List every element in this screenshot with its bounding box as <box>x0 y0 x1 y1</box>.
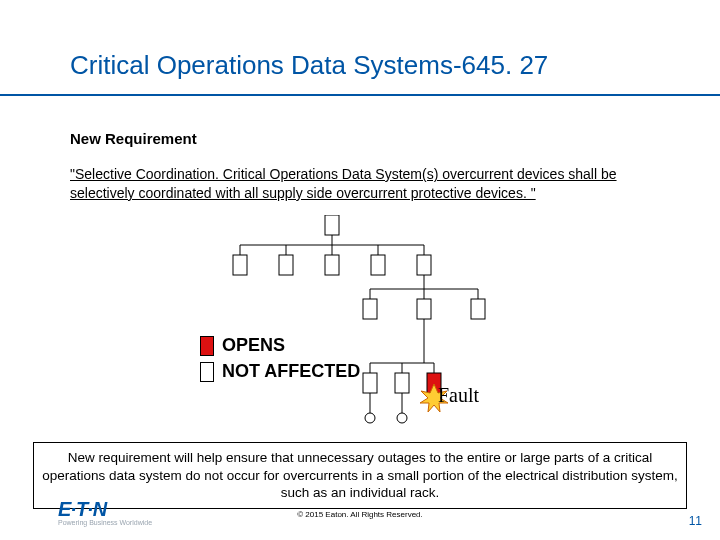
brand-tagline: Powering Business Worldwide <box>58 519 152 526</box>
svg-rect-11 <box>371 255 385 275</box>
svg-point-33 <box>397 413 407 423</box>
svg-rect-0 <box>325 215 339 235</box>
legend-label-opens: OPENS <box>222 336 285 356</box>
legend-swatch-not-affected <box>200 362 214 382</box>
page-number: 11 <box>689 514 702 528</box>
copyright: © 2015 Eaton. All Rights Reserved. <box>0 510 720 519</box>
svg-rect-10 <box>325 255 339 275</box>
svg-rect-27 <box>395 373 409 393</box>
svg-rect-19 <box>417 299 431 319</box>
fault-label: Fault <box>438 384 479 407</box>
legend: OPENS NOT AFFECTED <box>200 336 360 388</box>
svg-rect-8 <box>233 255 247 275</box>
slide: Critical Operations Data Systems-645. 27… <box>0 0 720 540</box>
section-heading: New Requirement <box>70 130 197 147</box>
legend-row-not-affected: NOT AFFECTED <box>200 362 360 382</box>
svg-point-32 <box>365 413 375 423</box>
legend-swatch-opens <box>200 336 214 356</box>
requirement-quote: "Selective Coordination. Critical Operat… <box>70 165 660 203</box>
svg-rect-12 <box>417 255 431 275</box>
svg-rect-18 <box>363 299 377 319</box>
svg-rect-9 <box>279 255 293 275</box>
legend-label-not-affected: NOT AFFECTED <box>222 362 360 382</box>
svg-rect-26 <box>363 373 377 393</box>
legend-row-opens: OPENS <box>200 336 360 356</box>
title-rule <box>0 94 720 96</box>
page-title: Critical Operations Data Systems-645. 27 <box>70 50 548 81</box>
svg-rect-20 <box>471 299 485 319</box>
